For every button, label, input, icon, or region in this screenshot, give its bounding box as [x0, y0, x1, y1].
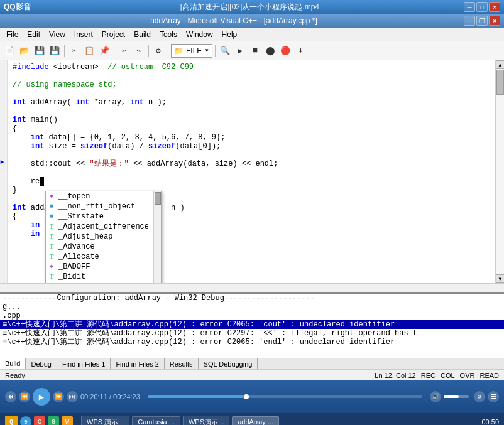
scroll-thumb[interactable] — [496, 70, 504, 95]
status-read: READ — [479, 372, 499, 379]
vs-titlebar: addArray - Microsoft Visual C++ - [addAr… — [0, 14, 504, 28]
t-icon-3: T — [47, 242, 56, 251]
scroll-down-btn[interactable]: ▼ — [496, 274, 504, 283]
ac-item-non-rtti[interactable]: ■ __non_rtti_object — [46, 202, 161, 212]
ac-item-advance[interactable]: T _Advance — [46, 242, 161, 252]
file-config-dropdown[interactable]: 📁 FILE ▼ — [171, 44, 212, 58]
start-btn[interactable]: Q — [5, 416, 18, 425]
qq-maximize-btn[interactable]: □ — [476, 2, 488, 12]
app-icon-2[interactable]: G — [48, 416, 59, 425]
code-line-12: std::cout << "结果是：" << addArray(data, si… — [13, 159, 490, 168]
chevron-down-icon: ▼ — [204, 48, 209, 53]
ie-icon[interactable]: e — [20, 416, 31, 425]
app-icon-1[interactable]: C — [34, 416, 45, 425]
output-error-2: ≡\c++快速入门\第二讲 源代码\addarray.cpp(12) : err… — [0, 329, 504, 338]
ac-item-adjust-heap[interactable]: T _Adjust_heap — [46, 232, 161, 242]
qq-logo: QQ影音 — [4, 2, 31, 13]
stop-btn[interactable]: ■ — [248, 44, 262, 58]
autocomplete-scroll-thumb[interactable] — [155, 192, 161, 205]
status-ovr: OVR — [460, 372, 475, 379]
scroll-up-btn[interactable]: ▲ — [496, 60, 504, 69]
tab-build[interactable]: Build — [0, 358, 26, 370]
statusbar-right: Ln 12, Col 12 REC COL OVR READ — [375, 372, 499, 379]
copy-btn[interactable]: 📋 — [82, 44, 96, 58]
cut-btn[interactable]: ✂ — [67, 44, 81, 58]
prev-btn[interactable]: ⏮ — [5, 391, 16, 402]
ac-item-fopen[interactable]: ◆ __fopen — [46, 191, 161, 202]
run-btn[interactable]: ▶ — [233, 44, 247, 58]
scroll-track[interactable] — [496, 69, 504, 274]
ac-item-strstate[interactable]: ■ __Strstate — [46, 212, 161, 222]
square-icon-2: ■ — [47, 212, 56, 221]
tab-find2[interactable]: Find in Files 2 — [111, 358, 164, 370]
menu-edit[interactable]: Edit — [23, 29, 44, 40]
ac-item-bidit[interactable]: T _Bidit — [46, 272, 161, 282]
autocomplete-dropdown[interactable]: ◆ __fopen ■ __non_rtti_object ■ __Strsta… — [45, 191, 162, 283]
play-btn[interactable]: ▶ — [33, 388, 50, 406]
menu-view[interactable]: View — [45, 29, 69, 40]
menu-help[interactable]: Help — [218, 29, 241, 40]
tab-find1[interactable]: Find in Files 1 — [57, 358, 111, 370]
tab-sql[interactable]: SQL Debugging — [199, 358, 258, 370]
find-btn[interactable]: 🔍 — [218, 44, 232, 58]
taskbar-wps2[interactable]: WPS演示... — [183, 416, 229, 426]
build-btn[interactable]: ⚙ — [151, 44, 165, 58]
vs-restore-btn[interactable]: ❐ — [476, 16, 488, 26]
volume-bar[interactable] — [444, 395, 469, 398]
toolbar-sep2 — [114, 45, 114, 57]
menubar: File Edit View Insert Project Build Tool… — [0, 28, 504, 41]
rewind-btn[interactable]: ⏪ — [19, 391, 30, 402]
qq-minimize-btn[interactable]: ─ — [464, 2, 475, 12]
debug-btn[interactable]: ⬤ — [263, 44, 277, 58]
output-separator: ------------Configuration: addArray - Wi… — [0, 294, 504, 303]
h-scrollbar[interactable] — [0, 283, 504, 292]
undo-btn[interactable]: ↶ — [117, 44, 131, 58]
taskbar-wps1[interactable]: WPS 演示... — [81, 416, 129, 426]
autocomplete-scrollbar[interactable] — [153, 191, 161, 283]
editor-scrollbar[interactable]: ▲ ▼ — [495, 60, 504, 283]
breakpoint-btn[interactable]: 🔴 — [278, 44, 292, 58]
volume-icon[interactable]: 🔊 — [430, 391, 441, 402]
vs-close-btn[interactable]: ✕ — [489, 16, 500, 26]
save-btn[interactable]: 💾 — [33, 44, 47, 58]
forward-btn[interactable]: ⏩ — [53, 391, 64, 402]
open-btn[interactable]: 📂 — [18, 44, 31, 58]
ac-item-bitmask[interactable]: ◆ _BITMASK — [46, 282, 161, 283]
progress-bar[interactable] — [148, 395, 422, 398]
vs-minimize-btn[interactable]: ─ — [464, 16, 475, 26]
new-file-btn[interactable]: 📄 — [3, 44, 16, 58]
app-icon-3[interactable]: W — [62, 416, 73, 425]
ac-label-strstate: __Strstate — [58, 212, 104, 222]
ac-item-badoff[interactable]: ◆ _BADOFF — [46, 262, 161, 272]
ac-item-adjacent[interactable]: T _Adjacent_difference — [46, 222, 161, 232]
taskbar-camtasia[interactable]: Camtasia ... — [132, 416, 180, 425]
menu-tools[interactable]: Tools — [156, 29, 181, 40]
redo-btn[interactable]: ↷ — [132, 44, 146, 58]
menu-window[interactable]: Window — [182, 29, 217, 40]
menu-build[interactable]: Build — [130, 29, 155, 40]
paste-btn[interactable]: 📌 — [97, 44, 111, 58]
menu-file[interactable]: File — [3, 29, 22, 40]
qq-close-btn[interactable]: ✕ — [489, 2, 500, 12]
code-line-1: #include <iostream> // ostream C92 C99 — [13, 63, 490, 72]
code-line-4 — [13, 89, 490, 98]
toolbar-sep4 — [168, 45, 168, 57]
output-cpp: .cpp — [0, 311, 504, 320]
settings-icon[interactable]: ⚙ — [474, 391, 485, 402]
qq-window-controls: ─ □ ✕ — [464, 2, 500, 12]
tab-debug[interactable]: Debug — [26, 358, 57, 370]
step-btn[interactable]: ⬇ — [293, 44, 307, 58]
menu-insert[interactable]: Insert — [70, 29, 97, 40]
playlist-icon[interactable]: ☰ — [488, 391, 499, 402]
tab-results[interactable]: Results — [165, 358, 199, 370]
ac-label-advance: _Advance — [58, 242, 95, 252]
editor-content[interactable]: #include <iostream> // ostream C92 C99 /… — [8, 60, 495, 283]
taskbar-addarray[interactable]: addArray ... — [232, 416, 279, 425]
menu-project[interactable]: Project — [98, 29, 129, 40]
code-line-5: int addArray( int *array, int n ); — [13, 98, 490, 107]
file-dropdown-icon: 📁 — [174, 46, 184, 55]
diamond-icon-3: ◆ — [47, 282, 56, 283]
save-all-btn[interactable]: 💾 — [48, 44, 62, 58]
next-btn[interactable]: ⏭ — [67, 391, 78, 402]
ac-item-allocate[interactable]: T _Allocate — [46, 252, 161, 262]
